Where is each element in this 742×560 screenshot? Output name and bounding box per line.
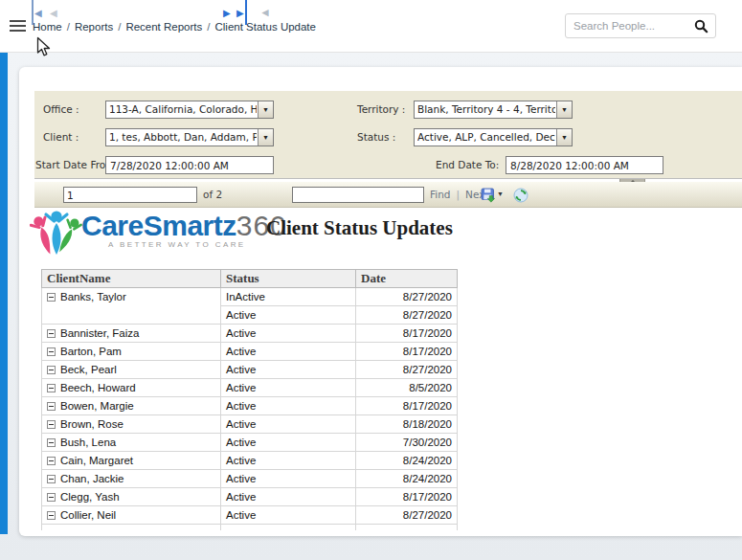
date-cell: 8/27/2020 <box>356 506 458 525</box>
breadcrumb-link-recent-reports[interactable]: Recent Reports <box>125 21 202 33</box>
status-cell: Active <box>221 488 356 506</box>
row-collapse-toggle-icon[interactable] <box>47 366 56 374</box>
find-button[interactable]: Find <box>430 189 451 200</box>
last-page-button[interactable]: ▶ <box>236 0 247 25</box>
client-name-text: Bannister, Faiza <box>60 327 139 339</box>
row-collapse-toggle-icon[interactable] <box>47 420 56 429</box>
client-name-cell: Barton, Pam <box>42 343 221 361</box>
status-cell: Active <box>221 397 356 415</box>
row-collapse-toggle-icon[interactable] <box>47 402 56 411</box>
row-collapse-toggle-icon[interactable] <box>47 493 56 502</box>
find-text-input[interactable] <box>292 187 424 203</box>
chevron-down-icon[interactable]: ▼ <box>556 129 572 146</box>
export-save-icon[interactable] <box>481 188 496 203</box>
row-collapse-toggle-icon[interactable] <box>47 475 56 483</box>
status-cell: Active <box>221 306 356 325</box>
export-format-caret-icon[interactable]: ▼ <box>497 190 504 197</box>
row-collapse-toggle-icon[interactable] <box>47 457 56 465</box>
status-cell: Active <box>221 325 356 343</box>
status-cell: Active <box>221 379 356 397</box>
status-cell: Active <box>221 343 356 361</box>
page-count-label: of 2 <box>203 189 222 200</box>
end-date-input[interactable] <box>506 156 663 174</box>
table-row: Clegg, Yash Active 8/17/2020 <box>42 488 458 506</box>
client-dropdown-value: 1, tes, Abbott, Dan, Addam, Paul, <box>109 131 257 143</box>
date-cell: 8/17/2020 <box>356 397 458 415</box>
client-dropdown[interactable]: 1, tes, Abbott, Dan, Addam, Paul, ▼ <box>105 128 274 146</box>
client-name-cell: Banks, Taylor <box>42 288 221 306</box>
status-cell: Active <box>221 415 356 434</box>
hamburger-menu-icon[interactable] <box>10 20 26 33</box>
row-collapse-toggle-icon[interactable] <box>47 511 56 520</box>
territory-label: Territory : <box>357 103 405 115</box>
date-cell: 8/27/2020 <box>356 288 458 306</box>
client-name-cell: Beck, Pearl <box>42 361 221 379</box>
client-name-text: Bowen, Margie <box>60 400 134 412</box>
table-row: Barton, Pam Active 8/17/2020 <box>42 343 458 361</box>
brand-tagline: A BETTER WAY TO CARE <box>108 240 246 249</box>
brand-wordmark: CareSmartz360 <box>81 210 287 242</box>
report-title: Client Status Updates <box>266 216 453 240</box>
chevron-down-icon[interactable]: ▼ <box>258 101 273 118</box>
breadcrumb-separator: / <box>207 21 210 33</box>
start-date-input[interactable] <box>105 156 274 174</box>
row-collapse-toggle-icon[interactable] <box>47 384 56 392</box>
date-cell: 8/24/2020 <box>356 470 458 488</box>
table-row: Banks, Taylor InActive 8/27/2020 <box>42 288 458 306</box>
status-cell: Active <box>221 452 356 470</box>
caresmartz-logo-icon <box>30 204 83 256</box>
chevron-down-icon[interactable]: ▼ <box>258 129 273 146</box>
table-row: Bannister, Faiza Active 8/17/2020 <box>42 325 458 343</box>
date-cell: 8/17/2020 <box>356 325 458 343</box>
date-cell: 8/27/2020 <box>356 306 458 325</box>
column-header-status: Status <box>221 270 356 288</box>
table-row: Bush, Lena Active 7/30/2020 <box>42 434 458 452</box>
client-name-cell <box>42 306 221 325</box>
breadcrumb-separator: / <box>67 21 70 33</box>
row-collapse-toggle-icon[interactable] <box>47 329 56 338</box>
table-row: Collier, Neil Active 8/27/2020 <box>42 506 458 525</box>
client-name-text: Collier, Neil <box>60 509 116 521</box>
client-name-cell: Chan, Jackie <box>42 470 221 488</box>
breadcrumb-separator: / <box>118 21 121 33</box>
status-label: Status : <box>357 131 395 143</box>
client-table-body: Banks, Taylor InActive 8/27/2020 Active … <box>42 288 458 530</box>
status-dropdown[interactable]: Active, ALP, Cancelled, Deceased, ▼ <box>414 128 573 146</box>
client-name-cell: Bowen, Margie <box>42 397 221 415</box>
client-label: Client : <box>43 131 79 143</box>
status-dropdown-value: Active, ALP, Cancelled, Deceased, <box>417 131 555 143</box>
row-collapse-toggle-icon[interactable] <box>47 347 56 356</box>
refresh-icon[interactable] <box>513 188 528 203</box>
next-page-button[interactable]: ▶ <box>223 0 231 25</box>
date-cell: 8/18/2020 <box>356 415 458 434</box>
column-header-date: Date <box>356 270 458 288</box>
row-collapse-toggle-icon[interactable] <box>47 438 56 447</box>
back-to-parent-icon[interactable]: ◄ <box>259 0 271 25</box>
client-name-cell: Bannister, Faiza <box>42 325 221 343</box>
office-dropdown-value: 113-A, California, Colorado, Harle <box>109 103 257 115</box>
page-number-input[interactable] <box>63 187 197 203</box>
breadcrumb-link-reports[interactable]: Reports <box>75 21 113 33</box>
table-row: Beech, Howard Active 8/5/2020 <box>42 379 458 397</box>
office-label: Office : <box>43 103 79 115</box>
row-collapse-toggle-icon[interactable] <box>47 293 56 302</box>
client-name-text: Barton, Pam <box>60 346 122 357</box>
status-cell: Active <box>221 470 356 488</box>
date-cell: 7/30/2020 <box>356 434 458 452</box>
previous-page-button[interactable]: ◀ <box>50 0 57 25</box>
search-icon[interactable] <box>694 19 708 34</box>
territory-dropdown[interactable]: Blank, Territory 4 - 4, Territory 1 ▼ <box>414 101 573 119</box>
table-row: Bowen, Margie Active 8/17/2020 <box>42 397 458 415</box>
column-header-clientname: ClientName <box>42 270 221 288</box>
client-name-cell: Clegg, Yash <box>42 488 221 506</box>
table-row: Brown, Rose Active 8/18/2020 <box>42 415 458 434</box>
status-cell: Active <box>221 361 356 379</box>
first-page-button[interactable]: ◀ <box>32 0 42 25</box>
client-name-cell: Bush, Lena <box>42 434 221 452</box>
chevron-down-icon[interactable]: ▼ <box>556 101 572 118</box>
client-name-text: Chan, Jackie <box>60 473 124 484</box>
office-dropdown[interactable]: 113-A, California, Colorado, Harle ▼ <box>105 101 274 119</box>
table-row-partial <box>42 525 458 530</box>
table-header-row: ClientName Status Date <box>42 270 458 288</box>
search-input[interactable] <box>566 14 688 37</box>
